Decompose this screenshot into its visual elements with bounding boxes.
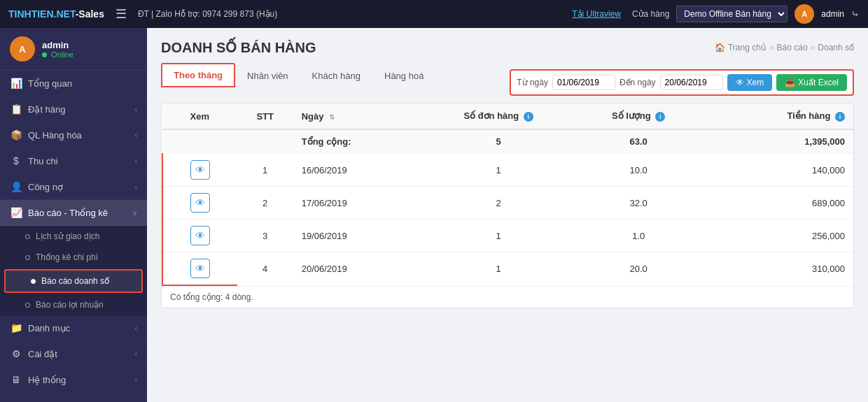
- chevron-icon: ‹: [135, 157, 137, 165]
- sidebar-item-label: Tổng quan: [28, 78, 72, 89]
- sidebar-item-qlhanghoa[interactable]: 📦 QL Hàng hóa ‹: [0, 122, 147, 148]
- store-selector[interactable]: Demo Offline Bán hàng: [676, 6, 788, 22]
- sidebar-avatar: A: [10, 36, 35, 62]
- col-header-tien-hang: Tiền hàng i: [704, 103, 853, 129]
- chevron-icon: ‹: [135, 183, 137, 191]
- sidebar-subitem-label: Báo cáo doanh số: [41, 276, 109, 286]
- view-row-button[interactable]: 👁: [190, 193, 210, 213]
- page-title: DOANH SỐ BÁN HÀNG: [161, 39, 316, 56]
- sort-icon[interactable]: ⇅: [329, 113, 335, 121]
- table-header-row: Xem STT Ngày ⇅ Số đơn hàng i Số: [162, 103, 853, 129]
- col-header-stt: STT: [237, 103, 293, 129]
- menu-toggle-icon[interactable]: ☰: [115, 6, 127, 22]
- sidebar-item-baocao[interactable]: 📈 Báo cáo - Thống kê ∨: [0, 200, 147, 226]
- sidebar-subitem-label: Báo cáo lợi nhuận: [36, 300, 104, 310]
- excel-icon: 📥: [785, 78, 795, 87]
- chevron-icon: ‹: [135, 106, 137, 113]
- home-icon: 🏠: [715, 43, 725, 52]
- row-tien-hang-cell: 140,000: [704, 154, 853, 187]
- col-header-ngay: Ngày ⇅: [293, 103, 424, 129]
- contact-info: ĐT | Zalo Hỗ trợ: 0974 299 873 (Hậu): [138, 9, 561, 19]
- row-so-don-cell: 1: [424, 252, 573, 286]
- to-date-input[interactable]: [660, 75, 723, 90]
- row-stt-cell: 3: [237, 220, 293, 252]
- sidebar: A admin Online 📊 Tổng quan 📋 Đặt hàng: [0, 28, 147, 402]
- breadcrumb-home[interactable]: Trang chủ: [728, 43, 766, 52]
- sales-table: Xem STT Ngày ⇅ Số đơn hàng i Số: [162, 103, 853, 286]
- chevron-icon: ‹: [135, 350, 137, 358]
- dot-icon: [25, 255, 30, 260]
- sidebar-item-label: Báo cáo - Thống kê: [28, 208, 108, 218]
- tab-theo-thang[interactable]: Theo tháng: [161, 63, 235, 87]
- table-row: 👁 3 19/06/2019 1 1.0 256,000: [162, 220, 853, 252]
- tab-nhan-vien[interactable]: Nhân viên: [235, 64, 300, 87]
- chevron-icon: ‹: [135, 376, 137, 384]
- row-stt-cell: 2: [237, 187, 293, 220]
- view-button[interactable]: 👁 Xem: [727, 74, 773, 91]
- sidebar-item-label: QL Hàng hóa: [28, 130, 82, 141]
- breadcrumb-parent: Báo cáo: [777, 43, 808, 52]
- date-filter: Từ ngày Đến ngày 👁 Xem 📥 Xuất Excel: [510, 69, 854, 96]
- row-xem-cell: 👁: [162, 187, 237, 220]
- row-ngay-cell: 20/06/2019: [293, 252, 424, 286]
- logo: TINHTIEN.NET-Sales: [8, 8, 104, 20]
- export-excel-button[interactable]: 📥 Xuất Excel: [776, 74, 847, 91]
- row-xem-cell: 👁: [162, 252, 237, 286]
- sidebar-item-baocaoloinhuan[interactable]: Báo cáo lợi nhuận: [0, 294, 147, 315]
- total-so-luong-cell: 63.0: [573, 129, 704, 154]
- sidebar-item-tongquan[interactable]: 📊 Tổng quan: [0, 71, 147, 96]
- to-label: Đến ngày: [620, 78, 656, 87]
- total-so-don-cell: 5: [424, 129, 573, 154]
- sidebar-item-baocaodoanso[interactable]: Báo cáo doanh số: [4, 269, 143, 293]
- sidebar-item-hethong[interactable]: 🖥 Hệ thống ‹: [0, 367, 147, 393]
- sidebar-item-label: Danh mục: [28, 323, 70, 333]
- dot-icon: [31, 279, 36, 284]
- sidebar-item-dathang[interactable]: 📋 Đặt hàng ‹: [0, 96, 147, 122]
- breadcrumb: 🏠 Trang chủ » Báo cáo » Doanh số: [715, 43, 854, 52]
- chevron-icon: ‹: [135, 131, 137, 139]
- sidebar-item-caidat[interactable]: ⚙ Cài đặt ‹: [0, 341, 147, 367]
- chevron-down-icon: ∨: [132, 209, 137, 217]
- sidebar-item-lichsu[interactable]: Lịch sử giao dịch: [0, 226, 147, 247]
- share-icon[interactable]: ⤷: [851, 8, 860, 20]
- total-count-text: Có tổng cộng: 4 dòng.: [162, 286, 853, 308]
- download-ultraview-link[interactable]: Tải Ultraview: [572, 9, 621, 19]
- row-so-luong-cell: 10.0: [573, 154, 704, 187]
- sidebar-item-label: Thu chi: [28, 156, 58, 166]
- sidebar-item-thongke[interactable]: Thống kê chi phí: [0, 247, 147, 268]
- dot-icon: [25, 303, 30, 308]
- total-label-cell: Tổng cộng:: [293, 129, 424, 154]
- folder-icon: 📁: [10, 322, 22, 333]
- row-tien-hang-cell: 310,000: [704, 252, 853, 286]
- row-tien-hang-cell: 256,000: [704, 220, 853, 252]
- sidebar-item-danhmuc[interactable]: 📁 Danh mục ‹: [0, 315, 147, 341]
- sidebar-item-congno[interactable]: 👤 Công nợ ‹: [0, 174, 147, 200]
- sidebar-item-label: Hệ thống: [28, 375, 66, 385]
- eye-icon: 👁: [736, 78, 744, 87]
- breadcrumb-current: Doanh số: [818, 43, 854, 52]
- from-date-input[interactable]: [552, 75, 615, 90]
- page-header: DOANH SỐ BÁN HÀNG 🏠 Trang chủ » Báo cáo …: [161, 39, 854, 56]
- sales-table-container: Xem STT Ngày ⇅ Số đơn hàng i Số: [161, 103, 854, 308]
- from-label: Từ ngày: [517, 78, 548, 87]
- row-xem-cell: 👁: [162, 220, 237, 252]
- tab-hang-hoa[interactable]: Hàng hoá: [372, 64, 435, 87]
- row-ngay-cell: 16/06/2019: [293, 154, 424, 187]
- avatar: A: [794, 4, 814, 24]
- sidebar-nav: 📊 Tổng quan 📋 Đặt hàng ‹ 📦 QL Hàng hóa ‹: [0, 71, 147, 402]
- breadcrumb-sep: »: [811, 43, 816, 52]
- submenu-baocao: Lịch sử giao dịch Thống kê chi phí Báo c…: [0, 226, 147, 315]
- sidebar-item-thuchi[interactable]: $ Thu chi ‹: [0, 148, 147, 174]
- view-row-button[interactable]: 👁: [190, 226, 210, 245]
- row-so-don-cell: 1: [424, 154, 573, 187]
- sidebar-item-label: Cài đặt: [28, 349, 57, 359]
- view-row-button[interactable]: 👁: [190, 160, 210, 180]
- sidebar-subitem-label: Lịch sử giao dịch: [36, 231, 99, 241]
- tab-khach-hang[interactable]: Khách hàng: [300, 64, 372, 87]
- dot-icon: [25, 234, 30, 239]
- col-header-xem: Xem: [162, 103, 237, 129]
- topbar-right: Cửa hàng Demo Offline Bán hàng A admin ⤷: [632, 4, 860, 24]
- info-icon: i: [655, 112, 665, 122]
- info-icon: i: [524, 112, 533, 122]
- view-row-button[interactable]: 👁: [190, 259, 210, 278]
